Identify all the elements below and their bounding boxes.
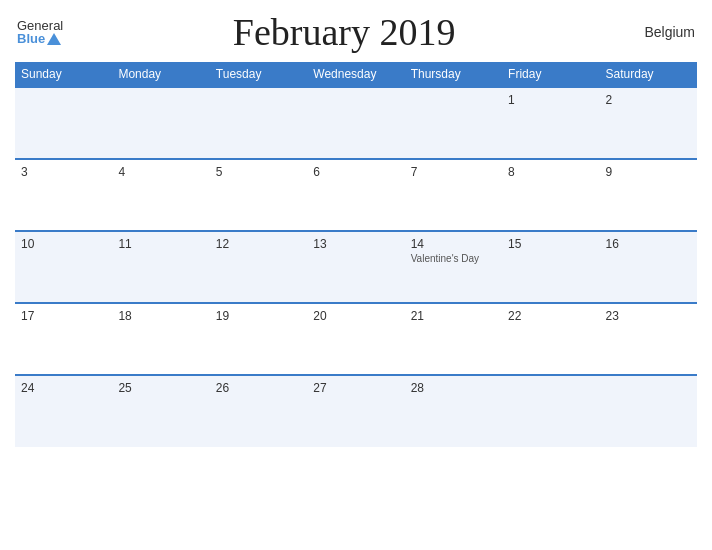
day-number: 23: [606, 309, 691, 323]
day-number: 22: [508, 309, 593, 323]
day-cell: 13: [307, 231, 404, 303]
day-number: 10: [21, 237, 106, 251]
day-number: 15: [508, 237, 593, 251]
day-cell: 26: [210, 375, 307, 447]
day-number: 5: [216, 165, 301, 179]
day-cell: 28: [405, 375, 502, 447]
day-number: 17: [21, 309, 106, 323]
day-cell: 2: [600, 87, 697, 159]
day-cell: 1: [502, 87, 599, 159]
day-cell: 16: [600, 231, 697, 303]
day-number: 11: [118, 237, 203, 251]
days-header-row: Sunday Monday Tuesday Wednesday Thursday…: [15, 62, 697, 87]
day-number: 9: [606, 165, 691, 179]
week-row-4: 17181920212223: [15, 303, 697, 375]
month-title: February 2019: [63, 10, 625, 54]
day-number: 4: [118, 165, 203, 179]
country-label: Belgium: [625, 24, 695, 40]
day-number: 12: [216, 237, 301, 251]
day-cell: 18: [112, 303, 209, 375]
day-cell: 17: [15, 303, 112, 375]
day-cell: 21: [405, 303, 502, 375]
day-cell: 7: [405, 159, 502, 231]
day-cell: 27: [307, 375, 404, 447]
day-number: 13: [313, 237, 398, 251]
day-number: 26: [216, 381, 301, 395]
day-number: 1: [508, 93, 593, 107]
day-cell: [405, 87, 502, 159]
day-cell: 25: [112, 375, 209, 447]
week-row-1: 12: [15, 87, 697, 159]
calendar-header: General Blue February 2019 Belgium: [15, 10, 697, 54]
day-number: 3: [21, 165, 106, 179]
day-number: 7: [411, 165, 496, 179]
logo-blue-text: Blue: [17, 32, 45, 45]
day-cell: 22: [502, 303, 599, 375]
day-cell: 10: [15, 231, 112, 303]
week-row-5: 2425262728: [15, 375, 697, 447]
day-cell: 19: [210, 303, 307, 375]
day-event: Valentine's Day: [411, 253, 496, 264]
day-number: 6: [313, 165, 398, 179]
day-number: 19: [216, 309, 301, 323]
day-number: 27: [313, 381, 398, 395]
day-number: 8: [508, 165, 593, 179]
day-cell: 24: [15, 375, 112, 447]
day-cell: 3: [15, 159, 112, 231]
day-cell: 6: [307, 159, 404, 231]
day-cell: 9: [600, 159, 697, 231]
day-number: 28: [411, 381, 496, 395]
calendar-container: General Blue February 2019 Belgium Sunda…: [0, 0, 712, 550]
week-row-3: 1011121314Valentine's Day1516: [15, 231, 697, 303]
day-cell: 14Valentine's Day: [405, 231, 502, 303]
day-cell: 15: [502, 231, 599, 303]
day-number: 14: [411, 237, 496, 251]
day-number: 2: [606, 93, 691, 107]
header-friday: Friday: [502, 62, 599, 87]
day-number: 16: [606, 237, 691, 251]
day-number: 21: [411, 309, 496, 323]
day-cell: 20: [307, 303, 404, 375]
header-thursday: Thursday: [405, 62, 502, 87]
day-cell: 8: [502, 159, 599, 231]
header-saturday: Saturday: [600, 62, 697, 87]
day-cell: [15, 87, 112, 159]
day-number: 18: [118, 309, 203, 323]
day-cell: [502, 375, 599, 447]
day-cell: [112, 87, 209, 159]
day-cell: [210, 87, 307, 159]
header-tuesday: Tuesday: [210, 62, 307, 87]
day-cell: [307, 87, 404, 159]
day-number: 24: [21, 381, 106, 395]
logo: General Blue: [17, 19, 63, 45]
day-cell: 12: [210, 231, 307, 303]
header-wednesday: Wednesday: [307, 62, 404, 87]
day-number: 20: [313, 309, 398, 323]
day-cell: [600, 375, 697, 447]
day-number: 25: [118, 381, 203, 395]
calendar-table: Sunday Monday Tuesday Wednesday Thursday…: [15, 62, 697, 447]
header-sunday: Sunday: [15, 62, 112, 87]
logo-triangle-icon: [47, 33, 61, 45]
day-cell: 4: [112, 159, 209, 231]
header-monday: Monday: [112, 62, 209, 87]
day-cell: 5: [210, 159, 307, 231]
day-cell: 23: [600, 303, 697, 375]
week-row-2: 3456789: [15, 159, 697, 231]
day-cell: 11: [112, 231, 209, 303]
